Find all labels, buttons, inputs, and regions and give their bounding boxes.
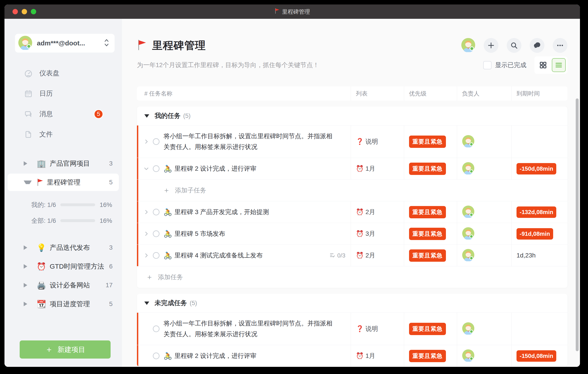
task-complete-circle[interactable]	[153, 231, 159, 237]
task-row[interactable]: 将小组一年工作目标拆解，设置出里程碑时间节点。并指派相关责任人。用标签来展示进行…	[137, 125, 567, 158]
search-button[interactable]	[507, 38, 521, 53]
add-button[interactable]	[484, 38, 498, 53]
sidebar-item-0[interactable]: 仪表盘	[4, 63, 122, 83]
triangle-right-icon[interactable]	[24, 283, 31, 287]
grid-view-button[interactable]	[536, 58, 550, 72]
task-title: 里程碑 2 设计完成，进行评审	[175, 351, 256, 361]
project-emoji: 🖨️	[37, 281, 46, 289]
assignee-avatar[interactable]	[462, 322, 474, 336]
sidebar-item-label: 仪表盘	[39, 69, 59, 78]
task-row[interactable]: 🚴 里程碑 5 市场发布 ⏰3月 重要且紧急 -91d,08min	[137, 223, 567, 244]
avatar-image	[462, 135, 474, 147]
page-title: 里程碑管理	[152, 38, 206, 53]
new-project-button[interactable]: ＋ 新建项目	[20, 341, 111, 359]
sidebar-menu: 仪表盘 日历 消息 5 文件	[4, 63, 122, 144]
list-icon	[555, 61, 563, 69]
message-icon	[24, 110, 33, 118]
project-task-count: 5	[109, 179, 113, 186]
grid-icon	[539, 61, 547, 69]
task-complete-circle[interactable]	[153, 352, 159, 359]
project-label: 产品迭代发布	[50, 243, 90, 252]
task-complete-circle[interactable]	[153, 138, 159, 145]
flag-icon	[274, 8, 280, 15]
project-item-bottom-1[interactable]: ⏰ GTD时间管理方法 6	[8, 257, 119, 276]
task-row[interactable]: 🚴 里程碑 2 设计完成，进行评审 ⏰1月 重要且紧急 -150d,08min	[137, 158, 567, 179]
triangle-right-icon[interactable]	[24, 264, 31, 269]
assignee-avatar[interactable]	[462, 227, 474, 241]
triangle-down-icon[interactable]	[24, 180, 32, 184]
vertical-scrollbar[interactable]	[576, 99, 579, 351]
assignee-avatar[interactable]	[462, 205, 474, 219]
project-item-bottom-3[interactable]: 📆 项目进度管理 5	[8, 295, 119, 313]
current-user-avatar[interactable]	[461, 38, 475, 53]
project-item-bottom-0[interactable]: 💡 产品迭代发布 3	[8, 238, 119, 257]
task-complete-circle[interactable]	[153, 209, 159, 215]
expand-row-icon[interactable]	[143, 209, 150, 215]
project-label: 里程碑管理	[47, 178, 80, 187]
assignee-avatar[interactable]	[462, 249, 474, 262]
project-list-bottom: 💡 产品迭代发布 3 ⏰ GTD时间管理方法 6 🖨️ 设计必备网站 17 📆 …	[4, 238, 122, 313]
sidebar-item-3[interactable]: 文件	[4, 124, 122, 144]
add-task-button[interactable]: ＋添加任务	[137, 266, 567, 288]
expand-row-icon[interactable]	[143, 252, 150, 259]
list-view-button[interactable]	[552, 58, 566, 72]
progress-label: 我的: 1/6	[31, 201, 56, 209]
avatar-image	[462, 249, 474, 261]
expand-row-icon[interactable]	[143, 138, 150, 145]
more-button[interactable]	[553, 38, 567, 53]
progress-bar	[60, 203, 95, 206]
priority-badge: 重要且紧急	[409, 323, 446, 335]
assignee-avatar[interactable]	[462, 162, 474, 175]
avatar-image	[18, 35, 32, 50]
task-row[interactable]: 🚴 里程碑 2 设计完成，进行评审 ⏰1月 重要且紧急 -150d,08min	[137, 345, 567, 367]
chat-icon	[533, 41, 541, 49]
priority-badge: 重要且紧急	[409, 350, 446, 362]
group-header[interactable]: 未完成任务 (5)	[137, 294, 567, 312]
priority-badge: 重要且紧急	[409, 163, 446, 175]
priority-badge: 重要且紧急	[409, 228, 446, 240]
project-item-1[interactable]: 里程碑管理 5	[8, 174, 119, 191]
user-account-switcher[interactable]: adm***@doot...	[15, 34, 115, 53]
task-group-0: 我的任务 (5) 将小组一年工作目标拆解，设置出里程碑时间节点。并指派相关责任人…	[137, 107, 567, 288]
view-toggle	[534, 56, 567, 74]
task-title: 将小组一年工作目标拆解，设置出里程碑时间节点。并指派相关责任人。用标签来展示进行…	[164, 131, 333, 152]
sidebar-item-2[interactable]: 消息 5	[4, 104, 122, 124]
task-title: 里程碑 2 设计完成，进行评审	[175, 163, 256, 174]
list-label: 1月	[366, 352, 375, 360]
assignee-avatar[interactable]	[462, 349, 474, 363]
chat-button[interactable]	[530, 38, 545, 53]
triangle-right-icon[interactable]	[24, 302, 31, 306]
collapse-row-icon[interactable]	[143, 165, 150, 172]
project-item-0[interactable]: 🏢 产品官网项目 3	[8, 154, 119, 173]
close-window-button[interactable]	[12, 9, 18, 14]
project-item-bottom-2[interactable]: 🖨️ 设计必备网站 17	[8, 276, 119, 295]
due-badge: -132d,08min	[516, 207, 556, 218]
zoom-window-button[interactable]	[31, 9, 36, 14]
triangle-right-icon[interactable]	[24, 245, 31, 250]
task-complete-circle[interactable]	[153, 325, 159, 332]
group-header[interactable]: 我的任务 (5)	[137, 107, 567, 125]
expand-row-icon[interactable]	[143, 231, 150, 237]
minimize-window-button[interactable]	[22, 9, 27, 14]
progress-label: 全部: 1/6	[31, 217, 56, 225]
show-completed-checkbox[interactable]	[483, 61, 492, 69]
list-label: 说明	[366, 137, 378, 146]
assignee-avatar[interactable]	[462, 135, 474, 148]
sidebar-item-1[interactable]: 日历	[4, 83, 122, 104]
task-row[interactable]: 🚴 里程碑 3 产品开发完成，开始提测 ⏰2月 重要且紧急 -132d,08mi…	[137, 201, 567, 223]
add-subtask-button[interactable]: ＋添加子任务	[137, 179, 567, 201]
group-name: 我的任务	[155, 111, 180, 120]
project-emoji: ⏰	[37, 263, 46, 270]
task-emoji: 🚴	[164, 252, 172, 259]
plus-icon: ＋	[163, 186, 170, 195]
list-emoji: ❓	[356, 326, 364, 332]
avatar-image	[462, 322, 474, 335]
task-complete-circle[interactable]	[153, 165, 159, 172]
task-row[interactable]: 🚴 里程碑 4 测试完成准备线上发布 0/3 ⏰2月 重要且紧急 1d,23h	[137, 244, 567, 266]
task-complete-circle[interactable]	[153, 252, 159, 259]
project-task-count: 6	[109, 263, 113, 270]
triangle-right-icon[interactable]	[24, 161, 31, 166]
project-emoji: 🏢	[37, 160, 46, 167]
task-row[interactable]: 将小组一年工作目标拆解，设置出里程碑时间节点。并指派相关责任人。用标签来展示进行…	[137, 312, 567, 345]
user-avatar	[18, 35, 32, 51]
